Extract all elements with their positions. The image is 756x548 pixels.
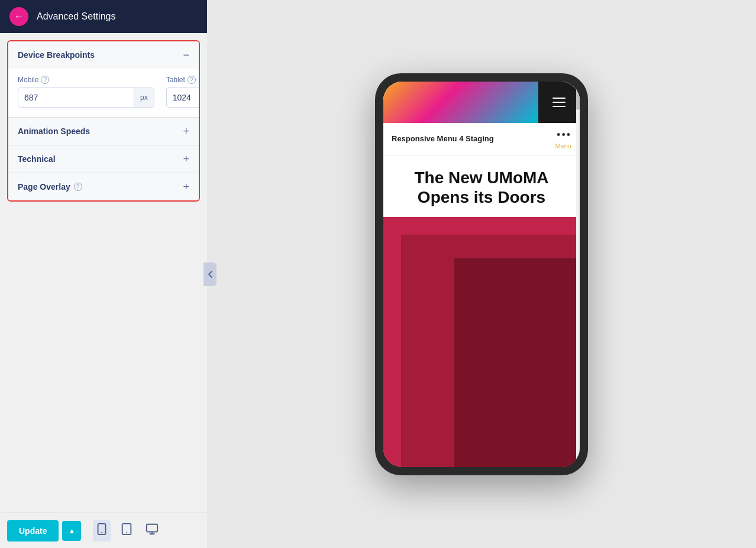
device-breakpoints-title: Device Breakpoints	[18, 50, 95, 60]
arrow-up-button[interactable]: ▲	[62, 521, 81, 541]
sidebar-bottom: Update ▲	[0, 513, 207, 548]
tablet-input[interactable]	[167, 88, 200, 107]
phone-mockup: Responsive Menu 4 Staging ••• Menu The N…	[375, 73, 588, 475]
page-overlay-title: Page Overlay	[18, 182, 70, 192]
back-button[interactable]: ←	[9, 7, 28, 26]
animation-speeds-header[interactable]: Animation Speeds +	[8, 118, 199, 145]
phone-image-area	[383, 217, 580, 467]
mobile-input-group: px	[18, 87, 154, 108]
device-breakpoints-header[interactable]: Device Breakpoints −	[8, 41, 199, 69]
page-overlay-expand-icon: +	[183, 181, 189, 192]
tablet-input-group: px	[166, 87, 200, 108]
sidebar-collapse-arrow[interactable]	[203, 262, 217, 286]
phone-screen: Responsive Menu 4 Staging ••• Menu The N…	[383, 82, 580, 467]
nav-right: ••• Menu	[555, 129, 571, 150]
tablet-field: Tablet ? px	[166, 76, 200, 108]
hamburger-line-2	[553, 102, 566, 103]
mobile-device-icon[interactable]	[93, 520, 111, 541]
menu-label: Menu	[555, 142, 571, 150]
phone-scrollbar-thumb	[576, 86, 580, 110]
mobile-input[interactable]	[18, 88, 134, 107]
tablet-help-icon[interactable]: ?	[188, 76, 196, 84]
phone-header	[383, 82, 580, 123]
sidebar-title: Advanced Settings	[37, 11, 115, 22]
sidebar-header: ← Advanced Settings	[0, 0, 207, 33]
hamburger-icon	[553, 98, 566, 107]
hero-title: The New UMoMA Opens its Doors	[393, 168, 570, 207]
technical-section: Technical +	[8, 145, 199, 173]
page-overlay-help-icon[interactable]: ?	[74, 183, 82, 191]
svg-rect-4	[147, 524, 157, 531]
mobile-label: Mobile ?	[18, 76, 154, 84]
back-arrow-icon: ←	[14, 11, 24, 22]
phone-menu-button[interactable]	[538, 82, 580, 123]
device-icons	[93, 520, 161, 541]
animation-expand-icon: +	[183, 126, 189, 137]
desktop-device-icon[interactable]	[143, 520, 161, 541]
page-overlay-header[interactable]: Page Overlay ? +	[8, 173, 199, 200]
update-button[interactable]: Update	[7, 520, 59, 541]
mobile-help-icon[interactable]: ?	[41, 76, 49, 84]
site-name: Responsive Menu 4 Staging	[392, 134, 494, 144]
device-breakpoints-section: Device Breakpoints − Mobile ?	[8, 41, 199, 118]
collapse-icon: −	[183, 50, 189, 60]
svg-rect-0	[98, 523, 106, 534]
mobile-field: Mobile ? px	[18, 76, 154, 108]
phone-logo-area	[383, 82, 538, 123]
breakpoints-row: Mobile ? px Tablet	[18, 76, 189, 108]
technical-title: Technical	[18, 154, 56, 164]
device-breakpoints-body: Mobile ? px Tablet	[8, 69, 199, 117]
hamburger-line-1	[553, 98, 566, 99]
hamburger-line-3	[553, 106, 566, 107]
phone-hero: The New UMoMA Opens its Doors	[383, 156, 580, 217]
technical-expand-icon: +	[183, 154, 189, 164]
settings-panel: Device Breakpoints − Mobile ?	[7, 40, 200, 202]
image-block-3	[454, 258, 580, 467]
animation-speeds-section: Animation Speeds +	[8, 118, 199, 145]
phone-nav-bar: Responsive Menu 4 Staging ••• Menu	[383, 123, 580, 156]
tablet-label: Tablet ?	[166, 76, 200, 84]
sidebar: ← Advanced Settings Device Breakpoints −	[0, 0, 207, 548]
phone-scrollbar[interactable]	[576, 82, 580, 467]
tablet-device-icon[interactable]	[118, 520, 135, 541]
animation-speeds-title: Animation Speeds	[18, 127, 90, 136]
page-overlay-section: Page Overlay ? +	[8, 173, 199, 200]
technical-header[interactable]: Technical +	[8, 145, 199, 173]
mobile-unit: px	[134, 88, 154, 107]
main-content: Responsive Menu 4 Staging ••• Menu The N…	[207, 0, 756, 548]
svg-rect-2	[122, 523, 131, 534]
sidebar-content: Device Breakpoints − Mobile ?	[0, 33, 207, 513]
dots-icon: •••	[557, 129, 571, 141]
